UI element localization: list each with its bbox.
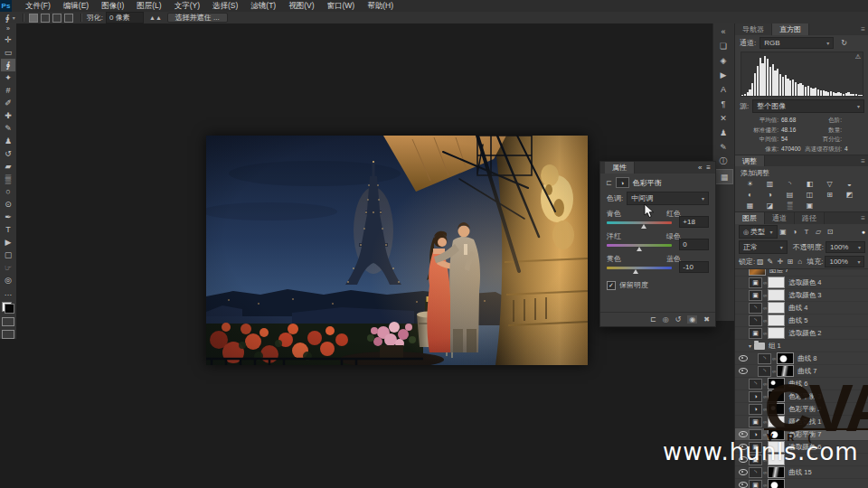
reset-icon[interactable]: ↺ xyxy=(675,315,682,324)
path-selection-tool-icon[interactable]: ▶ xyxy=(1,236,15,249)
layer-row[interactable]: ▣∞选取颜色 2 xyxy=(735,327,868,340)
slider-track[interactable] xyxy=(607,221,672,224)
adjustment-layer-icon[interactable]: ◝ xyxy=(749,379,762,389)
tab-properties[interactable]: 属性 xyxy=(605,162,635,174)
lock-transparency-icon[interactable]: ▨ xyxy=(755,258,765,266)
menu-item-help[interactable]: 帮助(H) xyxy=(361,1,400,12)
hand-tool-icon[interactable]: ☞ xyxy=(1,261,15,274)
adjustment-layer-icon[interactable]: ◑ xyxy=(749,404,762,415)
layer-mask-thumbnail[interactable] xyxy=(768,302,785,314)
selective-color-icon[interactable]: ▣ xyxy=(800,201,819,211)
adjustment-layer-icon[interactable]: ▣ xyxy=(749,480,762,488)
menu-item-select[interactable]: 选择(S) xyxy=(206,1,244,12)
filter-adjustment-layers-icon[interactable]: ◑ xyxy=(789,228,801,236)
collapse-panel-icon[interactable]: « xyxy=(698,164,702,172)
color-balance-icon[interactable]: ◐ xyxy=(741,190,760,200)
add-to-selection-icon[interactable] xyxy=(41,14,50,23)
refresh-histogram-icon[interactable]: ↻ xyxy=(841,39,847,47)
libraries-icon[interactable]: ❏ xyxy=(715,39,731,52)
menu-item-file[interactable]: 文件(F) xyxy=(19,1,57,12)
layer-mask-thumbnail[interactable] xyxy=(768,277,785,288)
lock-position-icon[interactable]: ✛ xyxy=(775,258,785,266)
brush-tool-icon[interactable]: ✎ xyxy=(1,122,15,135)
levels-icon[interactable]: ▥ xyxy=(760,179,779,189)
layer-row[interactable]: ◝∞曲线 4 xyxy=(735,302,868,314)
brightness-contrast-icon[interactable]: ☀ xyxy=(741,179,760,189)
slider-value-input[interactable]: -10 xyxy=(679,261,709,273)
brush-settings-icon[interactable]: ✎ xyxy=(715,140,731,154)
slider-value-input[interactable]: 0 xyxy=(679,239,709,250)
character-icon[interactable]: A xyxy=(715,82,731,96)
slider-handle-icon[interactable] xyxy=(641,224,646,229)
lasso-tool-icon[interactable]: ∮ xyxy=(5,14,10,23)
layer-row[interactable]: 图层 7 xyxy=(735,268,868,277)
adjustment-layer-icon[interactable]: ◝ xyxy=(749,303,762,314)
healing-brush-tool-icon[interactable]: ✚ xyxy=(1,109,15,122)
marquee-tool-icon[interactable]: ▭ xyxy=(1,46,15,59)
eraser-tool-icon[interactable]: ▰ xyxy=(1,160,15,173)
vibrance-icon[interactable]: ▽ xyxy=(820,179,839,189)
delete-icon[interactable]: ✖ xyxy=(703,315,710,324)
type-tool-icon[interactable]: T xyxy=(1,223,15,236)
visibility-toggle[interactable] xyxy=(737,368,749,374)
history-brush-tool-icon[interactable]: ↺ xyxy=(1,147,15,160)
adjustment-layer-icon[interactable]: ▣ xyxy=(749,290,762,301)
gradient-tool-icon[interactable]: ▒ xyxy=(1,173,15,185)
dodge-tool-icon[interactable]: ⊙ xyxy=(1,198,15,211)
tab-paths[interactable]: 路径 xyxy=(795,212,825,224)
layer-mask-thumbnail[interactable] xyxy=(768,289,785,301)
slider-handle-icon[interactable] xyxy=(633,269,638,274)
crop-tool-icon[interactable]: # xyxy=(1,84,15,97)
quick-selection-tool-icon[interactable]: ✦ xyxy=(1,71,15,84)
visibility-toggle[interactable] xyxy=(737,355,749,361)
tone-select[interactable]: 中间调▾ xyxy=(627,192,709,205)
visibility-toggle[interactable] xyxy=(737,482,749,488)
lock-all-icon[interactable]: ⌂ xyxy=(795,258,805,266)
layer-row[interactable]: ◝∞曲线 5 xyxy=(735,314,868,327)
layer-thumbnail[interactable] xyxy=(749,268,766,276)
preserve-luminosity-checkbox[interactable]: ✓ xyxy=(607,281,616,290)
adjustment-layer-icon[interactable]: ◝ xyxy=(758,353,771,364)
panel-menu-icon[interactable]: ≡ xyxy=(765,155,868,166)
anti-alias-icon[interactable]: ▲▲ xyxy=(149,14,162,21)
paragraph-icon[interactable]: ¶ xyxy=(715,97,731,110)
rectangle-tool-icon[interactable]: ▢ xyxy=(1,249,15,261)
lasso-tool-icon[interactable]: ∮ xyxy=(1,59,15,71)
layer-mask-thumbnail[interactable] xyxy=(768,314,785,326)
layer-row[interactable]: ▣∞选取颜色 3 xyxy=(735,289,868,302)
clip-to-layer-icon[interactable]: ⊏ xyxy=(650,315,656,324)
subtract-from-selection-icon[interactable] xyxy=(52,14,61,23)
lock-artboard-icon[interactable]: ⊞ xyxy=(785,258,795,266)
layer-mask-thumbnail[interactable] xyxy=(777,352,794,364)
adjustment-layer-icon[interactable]: ◝ xyxy=(749,467,762,478)
screen-mode-icon[interactable] xyxy=(2,330,14,339)
layer-filter-type-select[interactable]: ◎类型 ▾ xyxy=(739,225,778,239)
hue-saturation-icon[interactable]: ◒ xyxy=(840,179,859,189)
more-tool-icon[interactable]: … xyxy=(1,286,15,299)
menu-item-filter[interactable]: 滤镜(T) xyxy=(244,1,282,12)
background-color-swatch[interactable] xyxy=(5,304,14,314)
photo-filter-icon[interactable]: ▤ xyxy=(780,190,799,200)
intersect-selection-icon[interactable] xyxy=(64,14,73,23)
layer-row[interactable]: ◝∞曲线 8 xyxy=(735,352,868,365)
feather-input[interactable]: 0 像素 xyxy=(106,12,144,23)
timeline-icon[interactable]: ▦ xyxy=(715,169,733,184)
slider-value-input[interactable]: +18 xyxy=(679,216,709,228)
tool-preset-caret-icon[interactable]: ▾ xyxy=(13,14,15,21)
filtering-toggle-icon[interactable]: ● xyxy=(836,229,866,235)
canvas-photo[interactable] xyxy=(206,136,588,365)
zoom-tool-icon[interactable]: ◎ xyxy=(1,274,15,286)
pen-tool-icon[interactable]: ✒ xyxy=(1,211,15,223)
curves-icon[interactable]: ◝ xyxy=(780,179,799,189)
panel-menu-icon[interactable]: ≡ xyxy=(706,164,711,172)
layer-name[interactable]: 选取颜色 4 xyxy=(788,278,821,287)
menu-item-view[interactable]: 视图(V) xyxy=(282,1,320,12)
invert-icon[interactable]: ◩ xyxy=(840,190,859,200)
slider-track[interactable] xyxy=(607,244,672,247)
threshold-icon[interactable]: ◪ xyxy=(760,201,779,211)
previous-state-icon[interactable]: ◎ xyxy=(663,315,669,324)
black-white-icon[interactable]: ◑ xyxy=(760,190,779,200)
adjustment-layer-icon[interactable]: ▣ xyxy=(749,417,762,427)
actions-icon[interactable]: ▶ xyxy=(715,68,731,81)
menu-item-layer[interactable]: 图层(L) xyxy=(130,1,167,12)
